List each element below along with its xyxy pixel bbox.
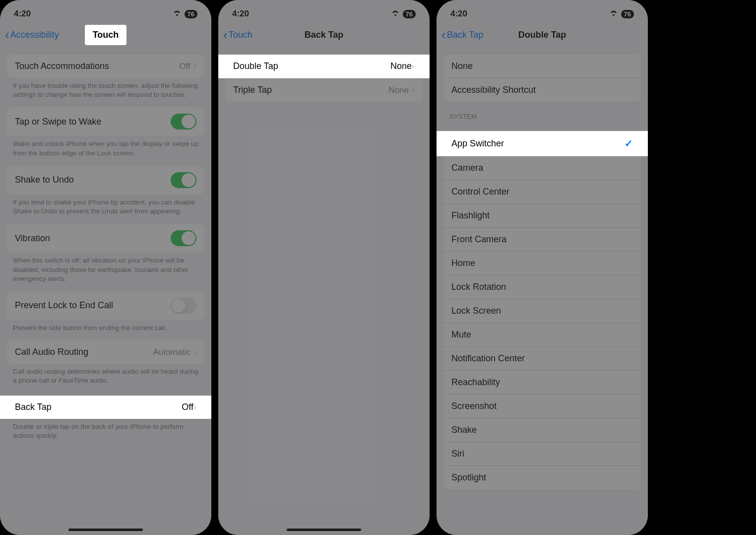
battery-level: 76 bbox=[403, 10, 416, 18]
chevron-left-icon: ‹ bbox=[441, 28, 446, 41]
chevron-right-icon: › bbox=[193, 61, 196, 71]
vibration-row[interactable]: Vibration bbox=[7, 224, 204, 253]
option-mute[interactable]: Mute bbox=[443, 323, 641, 347]
shake-undo-row[interactable]: Shake to Undo bbox=[7, 166, 204, 195]
row-label: Double Tap bbox=[233, 61, 278, 71]
row-label: Prevent Lock to End Call bbox=[15, 300, 113, 311]
row-label: Reachability bbox=[451, 377, 500, 388]
prevent-lock-row[interactable]: Prevent Lock to End Call bbox=[7, 291, 204, 320]
page-title: Touch bbox=[85, 25, 127, 45]
option-camera[interactable]: Camera bbox=[443, 156, 641, 180]
back-button[interactable]: ‹ Back Tap bbox=[441, 28, 483, 41]
toggle-switch[interactable] bbox=[171, 114, 196, 130]
row-label: Front Camera bbox=[451, 234, 506, 245]
checkmark-icon: ✓ bbox=[625, 137, 633, 149]
page-title: Back Tap bbox=[305, 30, 344, 40]
row-value: None bbox=[390, 61, 412, 71]
triple-tap-row[interactable]: Triple Tap None› bbox=[225, 78, 423, 102]
row-label: Lock Screen bbox=[451, 306, 501, 316]
option-front-camera[interactable]: Front Camera bbox=[443, 228, 641, 252]
option-flashlight[interactable]: Flashlight bbox=[443, 204, 641, 228]
touch-settings-screen: 4:20 76 ‹ Accessibility Touch Touch Acco… bbox=[0, 0, 211, 535]
option-lock-screen[interactable]: Lock Screen bbox=[443, 299, 641, 323]
footer-text: When this switch is off, all vibration o… bbox=[0, 253, 211, 283]
double-tap-row[interactable]: Double Tap None› bbox=[218, 55, 430, 78]
footer-text: Call audio routing determines where audi… bbox=[0, 364, 211, 385]
status-time: 4:20 bbox=[232, 9, 249, 19]
status-bar: 4:20 76 bbox=[218, 0, 430, 23]
row-label: Shake bbox=[451, 425, 477, 435]
row-label: Back Tap bbox=[15, 402, 52, 412]
row-value: Automatic bbox=[153, 347, 190, 357]
double-tap-screen: 4:20 76 ‹ Back Tap Double Tap None Acces… bbox=[437, 0, 648, 535]
home-indicator[interactable] bbox=[68, 529, 143, 531]
option-siri[interactable]: Siri bbox=[443, 442, 641, 466]
option-app-switcher[interactable]: App Switcher ✓ bbox=[437, 131, 648, 156]
chevron-left-icon: ‹ bbox=[5, 28, 9, 41]
wifi-icon bbox=[609, 9, 618, 19]
call-audio-row[interactable]: Call Audio Routing Automatic› bbox=[7, 340, 204, 364]
row-label: Screenshot bbox=[451, 401, 497, 411]
page-title: Double Tap bbox=[518, 30, 567, 40]
row-label: Lock Rotation bbox=[451, 282, 506, 292]
row-label: Home bbox=[451, 258, 475, 268]
option-shake[interactable]: Shake bbox=[443, 418, 641, 442]
chevron-right-icon: › bbox=[412, 61, 415, 71]
option-notification-center[interactable]: Notification Center bbox=[443, 347, 641, 371]
battery-level: 76 bbox=[185, 10, 197, 18]
row-label: Control Center bbox=[451, 187, 509, 197]
status-time: 4:20 bbox=[14, 9, 31, 19]
row-label: Tap or Swipe to Wake bbox=[15, 117, 101, 127]
back-label: Back Tap bbox=[447, 30, 484, 40]
row-label: None bbox=[451, 61, 473, 71]
home-indicator[interactable] bbox=[287, 529, 361, 531]
chevron-right-icon: › bbox=[193, 402, 196, 412]
row-label: Notification Center bbox=[451, 353, 525, 364]
option-reachability[interactable]: Reachability bbox=[443, 371, 641, 395]
nav-bar: ‹ Back Tap Double Tap bbox=[437, 23, 648, 47]
back-label: Touch bbox=[229, 30, 252, 40]
row-value: Off bbox=[180, 62, 190, 71]
option-lock-rotation[interactable]: Lock Rotation bbox=[443, 275, 641, 299]
option-spotlight[interactable]: Spotlight bbox=[443, 466, 641, 489]
back-tap-screen: 4:20 76 ‹ Touch Back Tap Double Tap None… bbox=[218, 0, 430, 535]
row-label: Touch Accommodations bbox=[15, 61, 109, 71]
toggle-switch[interactable] bbox=[171, 230, 196, 246]
row-value: None bbox=[388, 85, 409, 95]
back-label: Accessibility bbox=[10, 30, 59, 40]
system-header: SYSTEM bbox=[437, 102, 648, 123]
toggle-switch[interactable] bbox=[171, 298, 196, 314]
row-label: App Switcher bbox=[451, 138, 504, 149]
status-bar: 4:20 76 bbox=[0, 0, 211, 23]
row-label: Triple Tap bbox=[233, 85, 272, 95]
footer-text: If you have trouble using the touch scre… bbox=[0, 78, 211, 99]
back-button[interactable]: ‹ Accessibility bbox=[5, 28, 59, 41]
chevron-right-icon: › bbox=[412, 85, 415, 95]
touch-accommodations-row[interactable]: Touch Accommodations Off› bbox=[7, 55, 204, 78]
row-label: Camera bbox=[451, 163, 483, 173]
back-button[interactable]: ‹ Touch bbox=[223, 28, 252, 41]
row-label: Siri bbox=[451, 449, 464, 459]
toggle-switch[interactable] bbox=[171, 172, 196, 188]
back-tap-row[interactable]: Back Tap Off› bbox=[0, 396, 211, 419]
tap-wake-row[interactable]: Tap or Swipe to Wake bbox=[7, 107, 204, 136]
row-label: Spotlight bbox=[451, 472, 486, 483]
row-value: Off bbox=[182, 402, 193, 412]
option-home[interactable]: Home bbox=[443, 252, 641, 275]
nav-bar: ‹ Accessibility Touch bbox=[0, 23, 211, 47]
option-accessibility-shortcut[interactable]: Accessibility Shortcut bbox=[443, 78, 641, 102]
status-time: 4:20 bbox=[450, 9, 467, 19]
row-label: Flashlight bbox=[451, 210, 490, 221]
chevron-left-icon: ‹ bbox=[223, 28, 228, 41]
option-none[interactable]: None bbox=[443, 55, 641, 78]
option-screenshot[interactable]: Screenshot bbox=[443, 395, 641, 418]
footer-text: Wake and unlock iPhone when you tap the … bbox=[0, 136, 211, 157]
row-label: Accessibility Shortcut bbox=[451, 85, 536, 95]
footer-text: Double or triple tap on the back of your… bbox=[0, 419, 211, 440]
status-bar: 4:20 76 bbox=[437, 0, 648, 23]
chevron-right-icon: › bbox=[193, 347, 196, 357]
row-label: Mute bbox=[451, 330, 471, 340]
row-label: Vibration bbox=[15, 233, 50, 244]
option-control-center[interactable]: Control Center bbox=[443, 180, 641, 204]
wifi-icon bbox=[173, 9, 182, 19]
